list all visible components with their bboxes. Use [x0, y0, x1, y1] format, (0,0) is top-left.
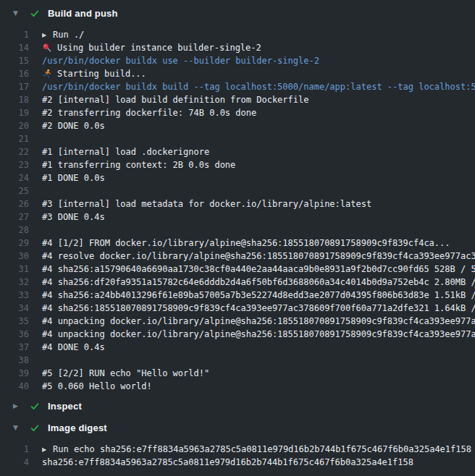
log-text: #2 [internal] load build definition from…	[42, 93, 475, 106]
line-number[interactable]: 23	[0, 158, 29, 171]
line-number[interactable]: 26	[0, 197, 29, 211]
line-number[interactable]: 17	[0, 80, 29, 93]
line-number[interactable]: 38	[0, 354, 29, 367]
log-line: 37 #4 DONE 0.4s	[0, 341, 475, 354]
log-line: 20 #2 DONE 0.0s	[0, 119, 475, 132]
line-number[interactable]: 4	[0, 456, 29, 469]
log-line: 23 #1 transferring context: 2B 0.0s done	[0, 158, 475, 171]
line-number[interactable]: 14	[0, 41, 29, 54]
log-text: #4 sha256:185518070891758909c9f839cf4ca3…	[42, 302, 475, 315]
chevron-down-icon: ▼	[13, 9, 30, 17]
log-line: 21	[0, 132, 475, 145]
line-number[interactable]: 18	[0, 93, 29, 106]
log-text: #5 [2/2] RUN echo "Hello world!"	[42, 367, 475, 380]
log-text: #2 transferring dockerfile: 74B 0.0s don…	[42, 106, 475, 119]
log-text: ▶Run echo sha256:e7ff8834a5963a2785c5a08…	[42, 443, 475, 456]
line-number[interactable]: 21	[0, 132, 29, 145]
log-text: #1 [internal] load .dockerignore	[42, 145, 475, 158]
log-line: 1 ▶Run echo sha256:e7ff8834a5963a2785c5a…	[0, 443, 475, 456]
section-title: Build and push	[48, 8, 118, 19]
log-line: 15 /usr/bin/docker buildx use --builder …	[0, 54, 475, 67]
log-text: #3 [internal] load metadata for docker.i…	[42, 197, 475, 211]
workflow-log: ▼ Build and push 1 ▶Run ./ 14 Using buil…	[0, 0, 475, 476]
section-header[interactable]: ▼ Build and push	[0, 0, 475, 26]
log-text: #1 DONE 0.0s	[42, 171, 475, 184]
line-number[interactable]: 36	[0, 328, 29, 341]
line-number[interactable]: 29	[0, 237, 29, 250]
log-text: #4 sha256:a15790640a6690aa1730c38cf0a440…	[42, 263, 475, 276]
line-number[interactable]: 34	[0, 302, 29, 315]
log-line: 14 Using builder instance builder-single…	[0, 41, 475, 54]
log-text	[42, 354, 475, 367]
log-text: #4 DONE 0.4s	[42, 341, 475, 354]
section-lines: 1 ▶Run echo sha256:e7ff8834a5963a2785c5a…	[0, 438, 475, 469]
log-text: #4 [1/2] FROM docker.io/library/alpine@s…	[42, 237, 475, 250]
log-line: 25	[0, 184, 475, 197]
log-text: sha256:e7ff8834a5963a2785c5a0811e979d16b…	[42, 456, 475, 469]
log-line: 40 #5 0.060 Hello world!	[0, 380, 475, 393]
line-number[interactable]: 32	[0, 276, 29, 289]
line-number[interactable]: 35	[0, 315, 29, 328]
log-line: 30 #4 resolve docker.io/library/alpine@s…	[0, 250, 475, 263]
section-lines: 1 ▶Run ./ 14 Using builder instance buil…	[0, 26, 475, 393]
line-number[interactable]: 1	[0, 28, 29, 41]
line-number[interactable]: 1	[0, 443, 29, 456]
check-icon	[30, 9, 48, 18]
section-header[interactable]: ▼ Image digest	[0, 417, 475, 438]
line-number[interactable]: 28	[0, 224, 29, 237]
log-text: #4 resolve docker.io/library/alpine@sha2…	[42, 250, 475, 263]
log-text: ▶Run ./	[42, 28, 475, 41]
log-line: 32 #4 sha256:df20fa9351a15782c64e6dddb2d…	[0, 276, 475, 289]
log-text: Using builder instance builder-single-2	[42, 41, 475, 54]
log-text	[42, 132, 475, 145]
log-line: 4 sha256:e7ff8834a5963a2785c5a0811e979d1…	[0, 456, 475, 469]
log-text	[42, 184, 475, 197]
log-line: 24 #1 DONE 0.0s	[0, 171, 475, 184]
check-icon	[30, 401, 48, 411]
run-expander-icon[interactable]: ▶	[42, 29, 49, 41]
line-number[interactable]: 31	[0, 263, 29, 276]
line-number[interactable]: 22	[0, 145, 29, 158]
chevron-down-icon: ▼	[13, 424, 30, 431]
line-number[interactable]: 37	[0, 341, 29, 354]
log-line: 35 #4 unpacking docker.io/library/alpine…	[0, 315, 475, 328]
log-text: #1 transferring context: 2B 0.0s done	[42, 158, 475, 171]
line-number[interactable]: 40	[0, 380, 29, 393]
log-line: 31 #4 sha256:a15790640a6690aa1730c38cf0a…	[0, 263, 475, 276]
log-line: 16 Starting build...	[0, 67, 475, 80]
log-text	[42, 224, 475, 237]
log-line: 26 #3 [internal] load metadata for docke…	[0, 197, 475, 211]
chevron-right-icon: ▶	[13, 402, 30, 409]
line-number[interactable]: 24	[0, 171, 29, 184]
line-number[interactable]: 15	[0, 54, 29, 67]
section-header[interactable]: ▶ Inspect	[0, 395, 475, 417]
runner-icon	[42, 69, 52, 80]
log-text: /usr/bin/docker buildx use --builder bui…	[42, 54, 475, 67]
log-section: ▶ Inspect	[0, 395, 475, 417]
log-line: 17 /usr/bin/docker buildx build --tag lo…	[0, 80, 475, 93]
line-number[interactable]: 25	[0, 184, 29, 197]
log-line: 27 #3 DONE 0.4s	[0, 211, 475, 224]
log-line: 33 #4 sha256:a24bb4013296f61e89ba57005a7…	[0, 289, 475, 302]
log-line: 29 #4 [1/2] FROM docker.io/library/alpin…	[0, 237, 475, 250]
line-number[interactable]: 16	[0, 67, 29, 80]
log-section: ▼ Image digest 1 ▶Run echo sha256:e7ff88…	[0, 417, 475, 469]
log-line: 1 ▶Run ./	[0, 28, 475, 41]
pushpin-icon	[42, 43, 52, 54]
line-number[interactable]: 30	[0, 250, 29, 263]
log-text: Starting build...	[42, 67, 475, 80]
run-expander-icon[interactable]: ▶	[42, 443, 49, 456]
log-text: #4 unpacking docker.io/library/alpine@sh…	[42, 315, 475, 328]
log-text: #5 0.060 Hello world!	[42, 380, 475, 393]
log-line: 39 #5 [2/2] RUN echo "Hello world!"	[0, 367, 475, 380]
line-number[interactable]: 33	[0, 289, 29, 302]
log-line: 36 #4 unpacking docker.io/library/alpine…	[0, 328, 475, 341]
log-text: #4 sha256:a24bb4013296f61e89ba57005a7b3e…	[42, 289, 475, 302]
line-number[interactable]: 19	[0, 106, 29, 119]
line-number[interactable]: 39	[0, 367, 29, 380]
log-text: #3 DONE 0.4s	[42, 211, 475, 224]
log-line: 22 #1 [internal] load .dockerignore	[0, 145, 475, 158]
log-line: 19 #2 transferring dockerfile: 74B 0.0s …	[0, 106, 475, 119]
line-number[interactable]: 20	[0, 119, 29, 132]
line-number[interactable]: 27	[0, 211, 29, 224]
